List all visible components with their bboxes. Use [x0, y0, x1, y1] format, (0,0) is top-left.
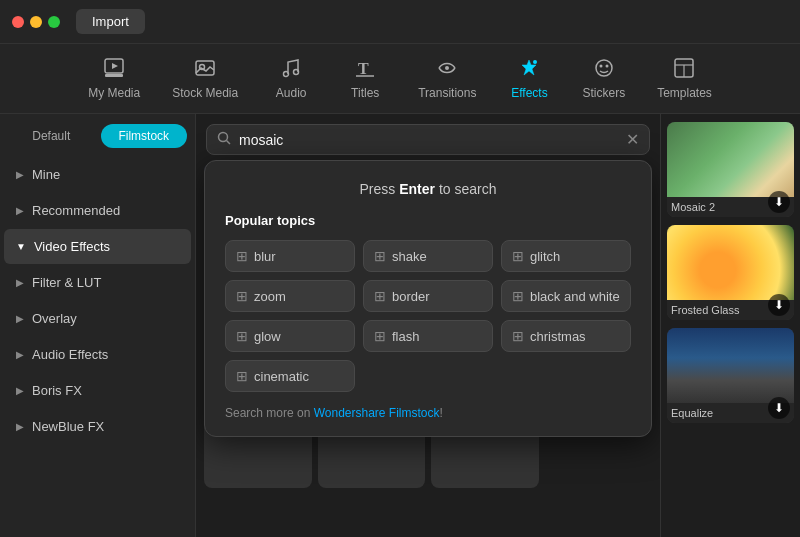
svg-text:T: T — [358, 60, 369, 77]
topic-grid-icon: ⊞ — [512, 328, 524, 344]
tab-stock-media-label: Stock Media — [172, 86, 238, 100]
titlebar: Import — [0, 0, 800, 44]
sidebar-item-recommended-label: Recommended — [32, 203, 120, 218]
chevron-right-icon: ▶ — [16, 205, 24, 216]
sidebar-item-filter-lut-label: Filter & LUT — [32, 275, 101, 290]
sidebar-item-mine[interactable]: ▶ Mine — [4, 157, 191, 192]
tab-transitions[interactable]: Transitions — [404, 49, 490, 108]
tab-templates[interactable]: Templates — [643, 49, 726, 108]
topic-glow-label: glow — [254, 329, 281, 344]
topic-cinematic-label: cinematic — [254, 369, 309, 384]
download-icon[interactable]: ⬇ — [768, 294, 790, 316]
tab-titles[interactable]: T Titles — [330, 49, 400, 108]
svg-rect-1 — [105, 74, 123, 77]
chevron-right-icon: ▶ — [16, 277, 24, 288]
topic-bw-label: black and white — [530, 289, 620, 304]
svg-line-18 — [227, 141, 231, 145]
svg-point-10 — [533, 60, 537, 64]
topic-blur[interactable]: ⊞ blur — [225, 240, 355, 272]
minimize-button[interactable] — [30, 16, 42, 28]
sidebar-item-audio-effects-label: Audio Effects — [32, 347, 108, 362]
topic-zoom[interactable]: ⊞ zoom — [225, 280, 355, 312]
topic-black-and-white[interactable]: ⊞ black and white — [501, 280, 631, 312]
topic-blur-label: blur — [254, 249, 276, 264]
chevron-right-icon: ▶ — [16, 313, 24, 324]
topic-christmas-label: christmas — [530, 329, 586, 344]
tab-templates-label: Templates — [657, 86, 712, 100]
maximize-button[interactable] — [48, 16, 60, 28]
topic-cinematic[interactable]: ⊞ cinematic — [225, 360, 355, 392]
svg-point-13 — [605, 65, 608, 68]
topic-border[interactable]: ⊞ border — [363, 280, 493, 312]
topic-shake-label: shake — [392, 249, 427, 264]
right-panel: Mosaic 2 ⬇ Frosted Glass ⬇ Equalize ⬇ — [660, 114, 800, 537]
sidebar-item-video-effects[interactable]: ▼ Video Effects — [4, 229, 191, 264]
filmstock-link[interactable]: Wondershare Filmstock — [314, 406, 440, 420]
tab-transitions-label: Transitions — [418, 86, 476, 100]
import-button[interactable]: Import — [76, 9, 145, 34]
transitions-icon — [436, 57, 458, 82]
topic-christmas[interactable]: ⊞ christmas — [501, 320, 631, 352]
tab-audio-label: Audio — [276, 86, 307, 100]
right-item-frosted[interactable]: Frosted Glass ⬇ — [667, 225, 794, 320]
effects-icon — [518, 57, 540, 82]
sidebar-tab-default[interactable]: Default — [8, 124, 95, 148]
tab-audio[interactable]: Audio — [256, 49, 326, 108]
topic-border-label: border — [392, 289, 430, 304]
topic-glow[interactable]: ⊞ glow — [225, 320, 355, 352]
tab-stock-media[interactable]: Stock Media — [158, 49, 252, 108]
topic-grid-icon: ⊞ — [512, 248, 524, 264]
sidebar: Default Filmstock ▶ Mine ▶ Recommended ▼… — [0, 114, 196, 537]
sidebar-tab-filmstock[interactable]: Filmstock — [101, 124, 188, 148]
tab-stickers-label: Stickers — [582, 86, 625, 100]
nav-tabs: My Media Stock Media Audio T — [0, 44, 800, 114]
sidebar-item-audio-effects[interactable]: ▶ Audio Effects — [4, 337, 191, 372]
tab-stickers[interactable]: Stickers — [568, 49, 639, 108]
sidebar-item-recommended[interactable]: ▶ Recommended — [4, 193, 191, 228]
right-item-mosaic2[interactable]: Mosaic 2 ⬇ — [667, 122, 794, 217]
sidebar-item-newblue-fx[interactable]: ▶ NewBlue FX — [4, 409, 191, 444]
topic-zoom-label: zoom — [254, 289, 286, 304]
sidebar-item-overlay-label: Overlay — [32, 311, 77, 326]
sidebar-item-boris-fx-label: Boris FX — [32, 383, 82, 398]
svg-point-17 — [219, 133, 228, 142]
download-icon[interactable]: ⬇ — [768, 191, 790, 213]
tab-effects[interactable]: Effects — [494, 49, 564, 108]
sidebar-item-boris-fx[interactable]: ▶ Boris FX — [4, 373, 191, 408]
download-icon[interactable]: ⬇ — [768, 397, 790, 419]
search-icon — [217, 131, 231, 148]
close-button[interactable] — [12, 16, 24, 28]
sidebar-item-filter-lut[interactable]: ▶ Filter & LUT — [4, 265, 191, 300]
chevron-right-icon: ▶ — [16, 169, 24, 180]
svg-point-12 — [599, 65, 602, 68]
sidebar-tabs: Default Filmstock — [0, 114, 195, 156]
stickers-icon — [593, 57, 615, 82]
popular-topics-title: Popular topics — [225, 213, 631, 228]
my-media-icon — [103, 57, 125, 82]
traffic-lights — [12, 16, 60, 28]
dropdown-hint: Press Enter to search — [225, 181, 631, 197]
topic-flash[interactable]: ⊞ flash — [363, 320, 493, 352]
search-bar: ✕ — [206, 124, 650, 155]
stock-media-icon — [194, 57, 216, 82]
svg-point-5 — [284, 72, 289, 77]
topic-glitch[interactable]: ⊞ glitch — [501, 240, 631, 272]
enter-keyword: Enter — [399, 181, 435, 197]
right-item-equalize[interactable]: Equalize ⬇ — [667, 328, 794, 423]
topic-grid-icon: ⊞ — [236, 248, 248, 264]
topic-grid-icon: ⊞ — [374, 248, 386, 264]
search-input[interactable] — [239, 132, 618, 148]
chevron-right-icon: ▶ — [16, 421, 24, 432]
search-clear-icon[interactable]: ✕ — [626, 132, 639, 148]
titles-icon: T — [354, 57, 376, 82]
topic-grid-icon: ⊞ — [236, 328, 248, 344]
sidebar-item-overlay[interactable]: ▶ Overlay — [4, 301, 191, 336]
tab-my-media-label: My Media — [88, 86, 140, 100]
chevron-right-icon: ▶ — [16, 349, 24, 360]
topic-grid-icon: ⊞ — [512, 288, 524, 304]
tab-my-media[interactable]: My Media — [74, 49, 154, 108]
svg-point-9 — [445, 66, 449, 70]
main-layout: Default Filmstock ▶ Mine ▶ Recommended ▼… — [0, 114, 800, 537]
templates-icon — [673, 57, 695, 82]
topic-shake[interactable]: ⊞ shake — [363, 240, 493, 272]
